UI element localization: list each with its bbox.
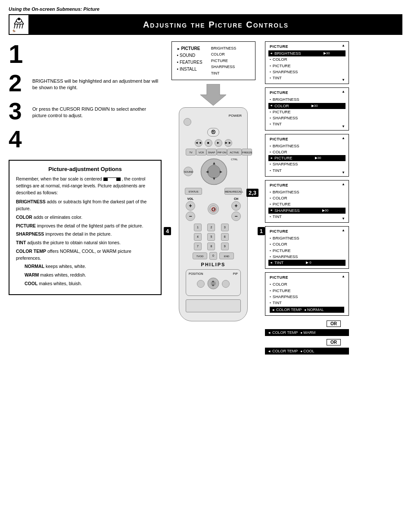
svg-text:🏇: 🏇 — [12, 29, 16, 33]
menu-col2: BRIGHTNESS COLOR PICTURE SHARPNESS TINT — [211, 45, 237, 76]
vol-plus-btn[interactable]: + — [186, 201, 195, 211]
picture-adjustment-box: Picture-adjustment Options Remember, whe… — [9, 160, 162, 295]
num-2-btn[interactable]: 2 — [207, 224, 215, 231]
num-6-btn[interactable]: 6 — [221, 233, 229, 241]
num-4-btn[interactable]: 4 — [194, 233, 202, 241]
pip-btn-area: PIP ON — [217, 149, 227, 156]
step-23-label: 2,3 — [246, 189, 258, 197]
pos-right-btn[interactable] — [222, 280, 230, 288]
main-menu-box: PICTURE SOUND FEATURES INSTALL BRIGHTNES… — [171, 41, 255, 80]
num-0-btn[interactable]: 0 — [209, 252, 217, 260]
vol-minus-btn[interactable]: − — [186, 212, 195, 221]
play-btn[interactable]: ► — [215, 139, 222, 147]
picture-menu-1: PICTURE ▲ BRIGHTNESS ▶30 COLOR PICTURE S… — [265, 41, 349, 84]
remote-control: POWER ⑪ ◄◄ ■ ► ►► — [179, 107, 248, 321]
pic-menu-3-up: ▲ — [342, 136, 345, 140]
pos-left-btn[interactable] — [197, 280, 205, 288]
step-4-label: 4 — [164, 227, 171, 235]
step-3-number: 3 — [9, 100, 28, 123]
pic-menu-5-up: ▲ — [342, 228, 345, 232]
pic-menu-2-down: ▼ — [342, 124, 345, 128]
pic-menu-4-tint: TINT — [270, 214, 344, 220]
num-5-btn[interactable]: 5 — [207, 233, 215, 241]
or-row-1: OR — [265, 319, 402, 328]
position-btns: ▲ ▼ — [189, 277, 238, 291]
pic-menu-2-picture: PICTURE — [270, 109, 344, 115]
pic-menu-1-down: ▼ — [342, 78, 345, 82]
menu-sound: SOUND — [177, 52, 202, 59]
color-temp-warm-value: WARM — [303, 330, 315, 335]
tv-btn-area: TV — [186, 149, 196, 156]
number-grid: 1 2 3 4 5 6 7 8 9 — [194, 224, 233, 250]
num-8-btn[interactable]: 8 — [207, 243, 215, 250]
picture-menu-6: PICTURE ▲ COLOR PICTURE SHARPNESS TINT ◄… — [265, 272, 349, 316]
menu-row: PICTURE SOUND FEATURES INSTALL BRIGHTNES… — [177, 45, 250, 76]
color-temp-warm-row: ◄ COLOR TEMP ● WARM — [265, 329, 349, 336]
pic-menu-5-color: COLOR — [270, 241, 344, 247]
color-temp-cool-label: COLOR TEMP — [272, 349, 298, 353]
vod-btn[interactable]: VCR — [196, 149, 206, 156]
num-3-btn[interactable]: 3 — [221, 224, 229, 231]
pic-menu-5-tint: TINT ▶ 0 — [268, 260, 346, 266]
remote-container: 2,3 4 1 POWER ⑪ ◄ — [170, 107, 256, 321]
active-btn-area: ACTIVE CTRL — [227, 149, 242, 156]
status-menu-row: STATUS MENU/RECALL — [184, 188, 243, 195]
svg-text:▼: ▼ — [212, 284, 215, 287]
pic-options-title: Picture-adjustment Options — [16, 166, 154, 172]
pic-options-content: Remember, when the bar scale is centered… — [16, 176, 154, 287]
pic-menu-6-title: PICTURE — [270, 275, 344, 280]
pic-menu-6-up: ▲ — [342, 274, 345, 278]
menu-features: FEATURES — [177, 59, 202, 66]
menu-brightness: BRIGHTNESS — [211, 45, 237, 51]
freeze-btn[interactable]: FREEZE — [242, 149, 252, 156]
normal-item: NORMAL keeps whites, white. — [16, 263, 154, 270]
pos-center-btn-area: ▲ ▼ — [207, 277, 220, 291]
title-bar: 🏇 Adjusting the Picture Controls — [9, 14, 402, 35]
cool-item: COOL makes whites, bluish. — [16, 280, 154, 287]
cursor-ring[interactable]: ▲ ▼ ◄ ► — [200, 158, 228, 186]
picture-menu-5: PICTURE ▲ BRIGHTNESS COLOR PICTURE SHARP… — [265, 226, 349, 269]
status-btn[interactable]: STATUS — [185, 188, 202, 195]
pic-menu-2-up: ▲ — [342, 90, 345, 93]
num-7-btn[interactable]: 7 — [194, 243, 202, 250]
mute-btn[interactable]: 🔇 — [208, 203, 219, 215]
swap-btn[interactable]: SNAP — [206, 149, 217, 156]
pic-menu-1-sharpness: SHARPNESS — [270, 69, 344, 75]
color-temp-cool-value: COOL — [303, 349, 314, 353]
prev-btn[interactable]: ◄◄ — [195, 139, 202, 147]
num-9-btn[interactable]: 9 — [221, 243, 229, 250]
pip-btn[interactable]: PIP ON — [217, 149, 227, 156]
tvod-btn[interactable]: TVOD — [193, 252, 207, 259]
tint-item: TINT adjusts the picture to obtain natur… — [16, 240, 154, 246]
ch-plus-btn[interactable]: + — [231, 201, 241, 211]
pic-menu-2-color: COLOR ▶30 — [268, 103, 346, 109]
power-area: POWER — [184, 112, 243, 126]
right-column: PICTURE ▲ BRIGHTNESS ▶30 COLOR PICTURE S… — [261, 41, 402, 356]
menu-color: COLOR — [211, 51, 237, 57]
pic-menu-4-title: PICTURE — [270, 183, 344, 187]
menu-arrow-down-icon — [198, 84, 228, 106]
pic-menu-3-sharpness: SHARPNESS — [270, 161, 344, 167]
sound-btn[interactable]: SOUND — [184, 167, 193, 176]
channel-display: ⑪ — [184, 128, 243, 137]
power-button[interactable] — [184, 118, 191, 126]
vod-btn-area: VCR — [196, 149, 206, 156]
svg-text:▼: ▼ — [212, 176, 216, 181]
pic-menu-6-picture: PICTURE — [270, 288, 344, 294]
stop-btn[interactable]: ■ — [205, 139, 212, 147]
menu-sharpness: SHARPNESS — [211, 64, 237, 70]
pic-menu-3-color: COLOR — [270, 149, 344, 155]
pic-menu-1-brightness: BRIGHTNESS ▶30 — [268, 50, 346, 56]
ch-label: CH — [234, 197, 238, 200]
num-1-btn[interactable]: 1 — [194, 224, 202, 231]
end-btn[interactable]: END — [219, 252, 234, 259]
pic-menu-4-color: COLOR — [270, 195, 344, 201]
position-labels: POSITION PIP — [189, 272, 238, 275]
next-btn[interactable]: ►► — [224, 139, 232, 147]
color-item: COLOR adds or eliminates color. — [16, 214, 154, 221]
arrow-down-container — [198, 84, 228, 106]
ch-minus-btn[interactable]: − — [231, 212, 241, 221]
active-btn[interactable]: ACTIVE CTRL — [227, 149, 242, 156]
menu-btn[interactable]: MENU/RECALL — [224, 188, 242, 195]
tv-btn[interactable]: TV — [186, 149, 196, 156]
